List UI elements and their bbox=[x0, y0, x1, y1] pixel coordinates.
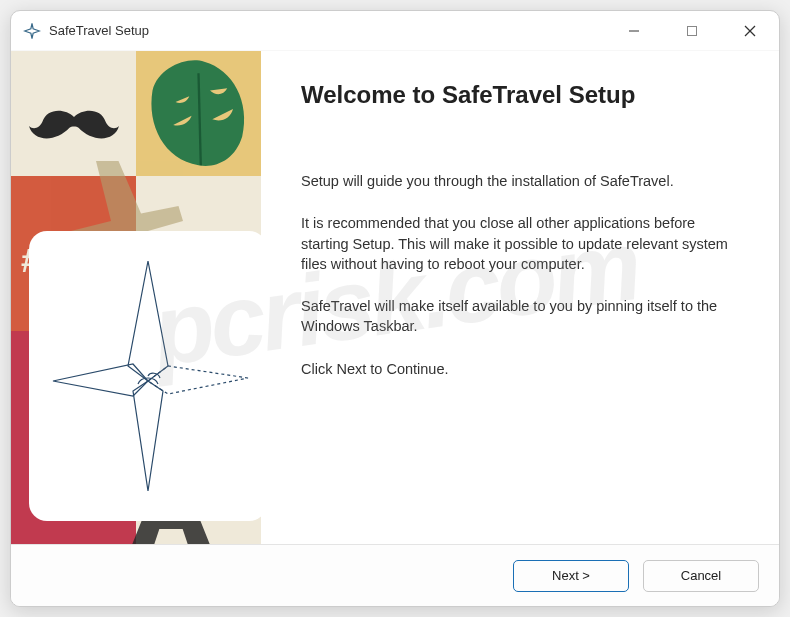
svg-rect-1 bbox=[688, 26, 697, 35]
maximize-button[interactable] bbox=[663, 11, 721, 50]
intro-paragraph: Setup will guide you through the install… bbox=[301, 171, 739, 191]
next-button[interactable]: Next > bbox=[513, 560, 629, 592]
recommendation-paragraph: It is recommended that you close all oth… bbox=[301, 213, 739, 274]
installer-window: SafeTravel Setup bbox=[10, 10, 780, 607]
monstera-leaf-icon bbox=[141, 56, 256, 171]
sidebar-graphic: # bbox=[11, 51, 261, 544]
content-area: # Welcome to SafeTravel Setu bbox=[11, 51, 779, 544]
taskbar-paragraph: SafeTravel will make itself available to… bbox=[301, 296, 739, 337]
app-icon bbox=[23, 22, 41, 40]
titlebar: SafeTravel Setup bbox=[11, 11, 779, 51]
minimize-button[interactable] bbox=[605, 11, 663, 50]
close-button[interactable] bbox=[721, 11, 779, 50]
window-title: SafeTravel Setup bbox=[49, 23, 605, 38]
cancel-button[interactable]: Cancel bbox=[643, 560, 759, 592]
continue-paragraph: Click Next to Continue. bbox=[301, 359, 739, 379]
compass-graphic bbox=[29, 231, 261, 521]
main-panel: Welcome to SafeTravel Setup Setup will g… bbox=[261, 51, 779, 544]
button-bar: Next > Cancel bbox=[11, 544, 779, 606]
mustache-icon bbox=[29, 106, 119, 146]
window-controls bbox=[605, 11, 779, 50]
page-heading: Welcome to SafeTravel Setup bbox=[301, 81, 739, 109]
